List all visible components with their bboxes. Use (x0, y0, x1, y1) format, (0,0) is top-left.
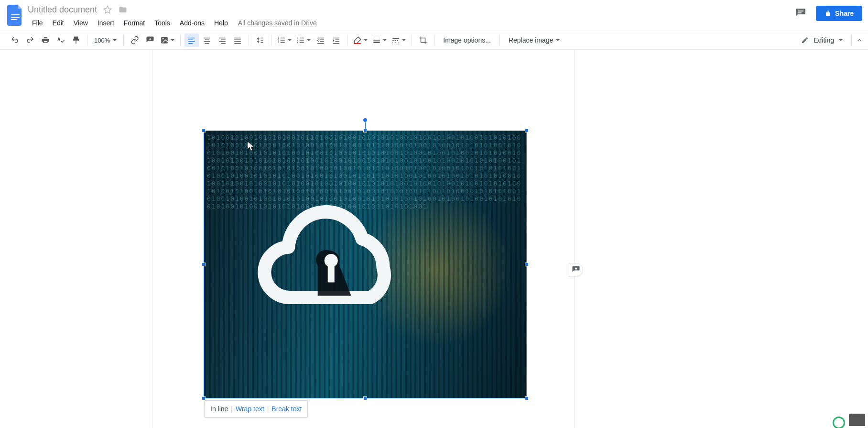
docs-logo[interactable] (6, 3, 25, 28)
resize-handle-tl[interactable] (202, 129, 206, 132)
svg-rect-3 (798, 11, 803, 11)
svg-rect-5 (162, 37, 168, 44)
align-right-button[interactable] (215, 33, 229, 47)
add-comment-pill[interactable] (569, 263, 583, 276)
separator (347, 35, 347, 45)
caret-down-icon (402, 39, 406, 41)
text-wrap-popup: In line | Wrap text | Break text (204, 400, 308, 417)
separator (271, 35, 271, 45)
undo-button[interactable] (8, 33, 22, 47)
insert-image-button[interactable] (158, 33, 176, 47)
menu-edit[interactable]: Edit (48, 17, 68, 29)
align-left-button[interactable] (184, 33, 199, 47)
svg-text:3: 3 (278, 41, 280, 44)
caret-down-icon (839, 39, 843, 41)
collapse-toolbar-button[interactable] (856, 34, 863, 46)
open-comments-button[interactable] (794, 7, 807, 20)
caret-down-icon (113, 39, 117, 41)
selection-box (204, 131, 527, 398)
separator (412, 35, 412, 45)
svg-rect-2 (11, 19, 17, 20)
border-color-button[interactable] (351, 33, 369, 47)
menu-file[interactable]: File (28, 17, 47, 29)
caret-down-icon (171, 39, 174, 41)
svg-point-6 (163, 38, 164, 40)
svg-rect-0 (11, 14, 20, 15)
menu-insert[interactable]: Insert (93, 17, 119, 29)
outdent-button[interactable] (314, 33, 328, 47)
share-label: Share (835, 10, 854, 17)
spellcheck-button[interactable] (54, 33, 68, 47)
menu-tools[interactable]: Tools (150, 17, 174, 29)
resize-handle-bl[interactable] (202, 396, 206, 400)
caret-down-icon (383, 39, 387, 41)
menu-help[interactable]: Help (210, 17, 232, 29)
separator (851, 35, 852, 45)
resize-handle-r[interactable] (525, 263, 529, 266)
separator (434, 35, 434, 45)
svg-rect-1 (11, 17, 20, 18)
resize-handle-tr[interactable] (525, 129, 529, 132)
insert-comment-button[interactable] (143, 33, 157, 47)
toolbar: 100% 123 Image options... Replace image … (0, 31, 868, 50)
caret-down-icon (307, 39, 311, 41)
svg-point-12 (297, 42, 298, 43)
wrap-option-inline[interactable]: In line (210, 405, 228, 413)
redo-button[interactable] (23, 33, 37, 47)
svg-rect-4 (798, 12, 802, 13)
menu-view[interactable]: View (69, 17, 92, 29)
insert-link-button[interactable] (128, 33, 142, 47)
align-justify-button[interactable] (230, 33, 245, 47)
document-title[interactable]: Untitled document (28, 5, 97, 15)
menu-format[interactable]: Format (119, 17, 149, 29)
svg-rect-13 (355, 43, 361, 44)
crop-button[interactable] (416, 33, 430, 47)
separator (249, 35, 249, 45)
separator (87, 35, 87, 45)
separator (123, 35, 124, 45)
border-dash-button[interactable] (390, 33, 408, 47)
share-button[interactable]: Share (816, 6, 862, 21)
caret-down-icon (288, 39, 292, 41)
print-button[interactable] (38, 33, 53, 47)
indent-button[interactable] (329, 33, 343, 47)
bulleted-list-button[interactable] (294, 33, 313, 47)
zoom-select[interactable]: 100% (91, 37, 119, 44)
separator (499, 35, 500, 45)
numbered-list-button[interactable]: 123 (275, 33, 293, 47)
image-options-button[interactable]: Image options... (438, 33, 496, 47)
replace-image-button[interactable]: Replace image (504, 33, 564, 47)
separator (180, 35, 181, 45)
align-center-button[interactable] (200, 33, 214, 47)
app-header: Untitled document File Edit View Insert … (0, 0, 868, 31)
line-spacing-button[interactable] (253, 33, 267, 47)
paint-format-button[interactable] (69, 33, 83, 47)
menu-addons[interactable]: Add-ons (175, 17, 209, 29)
svg-point-11 (297, 40, 298, 41)
header-right: Share (794, 6, 862, 21)
caret-down-icon (364, 39, 368, 41)
resize-handle-b[interactable] (363, 396, 367, 400)
border-weight-button[interactable] (370, 33, 389, 47)
bottom-right-widgets (833, 414, 865, 426)
explore-badge[interactable] (833, 417, 845, 428)
document-canvas[interactable]: 1010010100101010100101101001010010101010… (0, 50, 868, 428)
editing-mode-button[interactable]: Editing (796, 36, 847, 44)
selected-image[interactable]: 1010010100101010100101101001010010101010… (204, 131, 526, 398)
star-icon[interactable] (103, 5, 112, 14)
resize-handle-t[interactable] (363, 129, 367, 132)
pencil-icon (801, 36, 809, 44)
lock-icon (825, 10, 831, 17)
menu-bar: File Edit View Insert Format Tools Add-o… (28, 17, 794, 29)
resize-handle-l[interactable] (202, 263, 206, 266)
caret-down-icon (556, 39, 560, 41)
svg-point-10 (297, 37, 298, 38)
explore-button[interactable] (849, 414, 865, 426)
move-folder-icon[interactable] (118, 5, 128, 14)
wrap-option-wrap[interactable]: Wrap text (236, 405, 264, 413)
resize-handle-br[interactable] (525, 396, 529, 400)
title-area: Untitled document File Edit View Insert … (25, 3, 794, 29)
save-status[interactable]: All changes saved in Drive (238, 19, 317, 27)
wrap-option-break[interactable]: Break text (271, 405, 302, 413)
rotate-handle[interactable] (363, 118, 368, 122)
